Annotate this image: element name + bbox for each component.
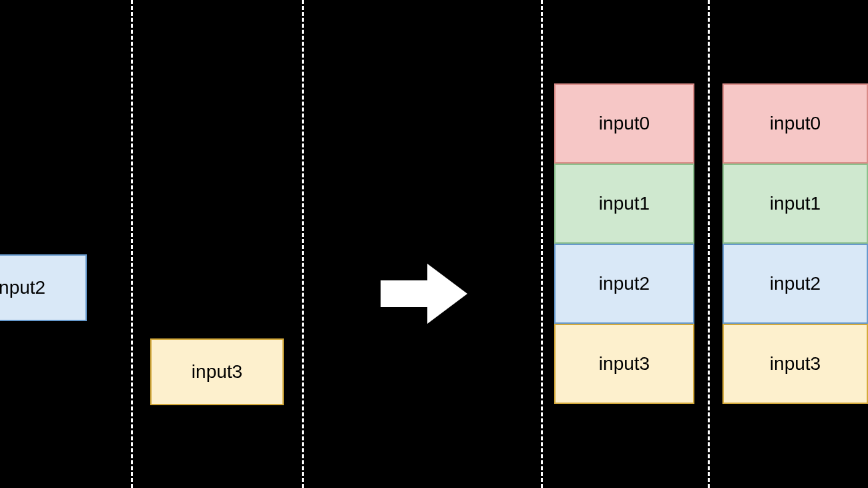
gpu0-stack-label-3: input3 — [599, 353, 650, 375]
gpu-header-3: GPU 3 — [178, 5, 238, 28]
gpu0-stack-item-0: input0 — [554, 83, 694, 164]
gpu1-stack-item-3: input3 — [722, 324, 868, 404]
gpu0-stack-item-3: input3 — [554, 324, 694, 404]
gpu2-input-box: input2 — [0, 254, 87, 321]
divider-line — [541, 0, 543, 488]
diagram-stage: GPU 2 GPU 3 GPU 0 GPU 1 input2 input3 in… — [0, 0, 868, 488]
gpu-header-0: GPU 0 — [589, 25, 649, 48]
arrow-icon — [381, 264, 467, 324]
gpu0-stack-label-2: input2 — [599, 273, 650, 294]
divider-line — [302, 0, 304, 488]
gpu1-stack-label-1: input1 — [770, 193, 821, 214]
gpu0-stack-item-2: input2 — [554, 244, 694, 324]
gpu1-stack-item-0: input0 — [722, 83, 868, 164]
gpu1-stack-label-0: input0 — [770, 113, 821, 134]
gpu-header-1: GPU 1 — [757, 25, 817, 48]
svg-marker-0 — [381, 264, 467, 324]
divider-line — [708, 0, 710, 488]
gpu0-stack-item-1: input1 — [554, 164, 694, 244]
gpu3-input-label: input3 — [192, 361, 242, 383]
divider-line — [131, 0, 133, 488]
gpu-header-2: GPU 2 — [0, 5, 57, 28]
gpu3-input-box: input3 — [150, 338, 284, 405]
gpu1-stack-label-3: input3 — [770, 353, 821, 375]
gpu0-stack-label-0: input0 — [599, 113, 650, 134]
gpu2-input-label: input2 — [0, 277, 45, 298]
gpu0-stack-label-1: input1 — [599, 193, 650, 214]
gpu1-stack-item-2: input2 — [722, 244, 868, 324]
gpu1-stack-label-2: input2 — [770, 273, 821, 294]
gpu1-stack-item-1: input1 — [722, 164, 868, 244]
